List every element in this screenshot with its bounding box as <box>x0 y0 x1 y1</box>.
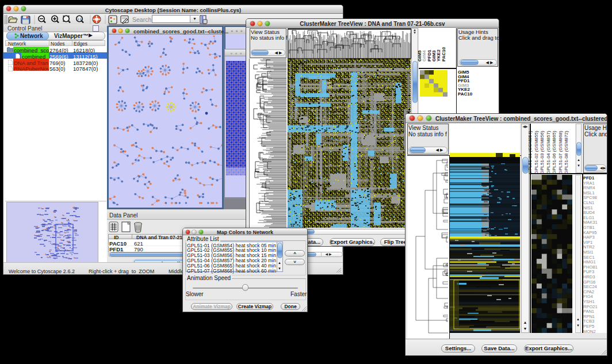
svg-text:1:1: 1:1 <box>78 17 82 21</box>
